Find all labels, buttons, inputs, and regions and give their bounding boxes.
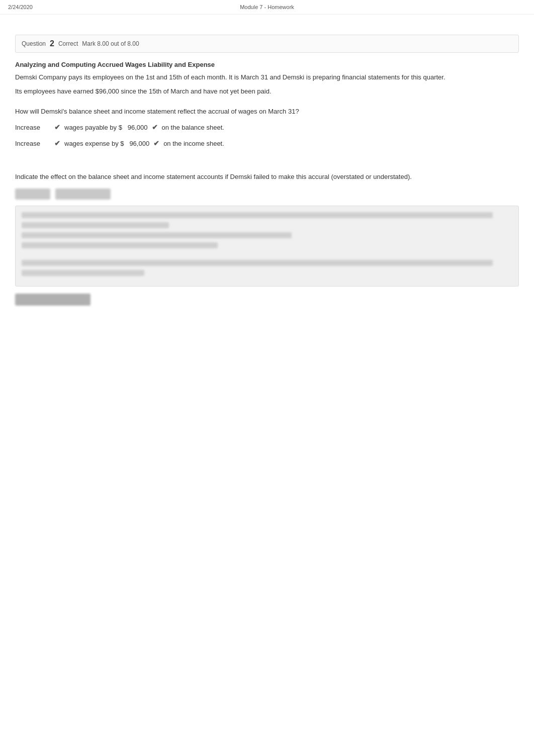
page-title: Module 7 - Homework: [240, 4, 294, 10]
check-icon-1b: ✔: [152, 123, 158, 131]
blurred-content-area: [15, 206, 519, 287]
blurred-section: [15, 188, 519, 306]
blurred-line-5: [22, 260, 493, 266]
section-title: Analyzing and Computing Accrued Wages Li…: [15, 61, 519, 68]
wages-payable-text: wages payable by $ 96,000: [64, 124, 148, 131]
top-bar: 2/24/2020 Module 7 - Homework: [0, 0, 534, 15]
answer-row-1: Increase ✔ wages payable by $ 96,000 ✔ o…: [15, 123, 519, 131]
description-1: Demski Company pays its employees on the…: [15, 72, 519, 82]
question-label: Question: [22, 40, 46, 47]
blurred-buttons: [15, 188, 519, 200]
question-header: Question 2 Correct Mark 8.00 out of 8.00: [15, 35, 519, 53]
blurred-line-6: [22, 270, 144, 276]
answer-label-2: Increase: [15, 140, 50, 147]
check-icon-2: ✔: [54, 139, 60, 147]
check-icon-1: ✔: [54, 123, 60, 131]
correct-badge: Correct: [58, 40, 78, 47]
date-label: 2/24/2020: [8, 4, 33, 10]
blurred-button-2[interactable]: [55, 188, 111, 200]
answer-label-1: Increase: [15, 124, 50, 131]
blurred-line-1: [22, 212, 493, 218]
blurred-button-1[interactable]: [15, 188, 50, 200]
mark-info: Mark 8.00 out of 8.00: [82, 40, 139, 47]
answer-row-2: Increase ✔ wages expense by $ 96,000 ✔ o…: [15, 139, 519, 147]
income-sheet-text: on the income sheet.: [163, 140, 224, 147]
blurred-line-4: [22, 242, 218, 248]
indicate-text: Indicate the effect on the balance sheet…: [15, 173, 519, 180]
blurred-line-3: [22, 232, 292, 238]
blurred-line-2: [22, 222, 169, 228]
wages-expense-text: wages expense by $ 96,000: [64, 140, 149, 147]
question-text: How will Demski's balance sheet and inco…: [15, 108, 519, 115]
balance-sheet-text: on the balance sheet.: [162, 124, 224, 131]
main-content: Question 2 Correct Mark 8.00 out of 8.00…: [0, 15, 534, 321]
description-2: Its employees have earned $96,000 since …: [15, 86, 519, 97]
blurred-submit-button[interactable]: [15, 294, 91, 306]
check-icon-2b: ✔: [153, 139, 159, 147]
question-number: 2: [50, 39, 54, 48]
